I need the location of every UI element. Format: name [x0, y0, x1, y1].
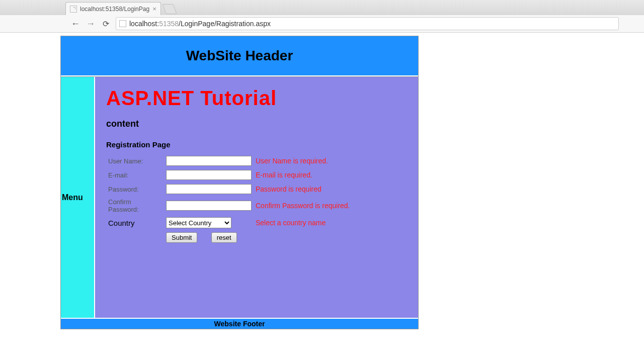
country-error: Select a country name — [254, 215, 352, 230]
page-icon — [119, 20, 126, 27]
back-button[interactable]: ← — [70, 19, 80, 29]
nav-toolbar: ← → ⟳ localhost:51358/LoginPage/Ragistra… — [0, 15, 644, 32]
page-heading: Registration Page — [106, 140, 407, 149]
site-container: WebSite Header Menu ASP.NET Tutorial con… — [60, 36, 419, 329]
confirm-password-error: Confirm Password is required. — [254, 196, 352, 215]
new-tab-button[interactable] — [162, 4, 177, 14]
page-icon — [70, 6, 77, 13]
tab-title: localhost:51358/LoginPag — [80, 6, 149, 13]
email-error: E-mail is required. — [254, 168, 352, 182]
username-error: User Name is required. — [254, 154, 352, 168]
url-path: /LoginPage/Ragistration.aspx — [179, 20, 271, 28]
username-label: User Name: — [106, 154, 164, 168]
tutorial-title: ASP.NET Tutorial — [106, 87, 407, 110]
url-port: 51358 — [159, 20, 179, 28]
reload-button[interactable]: ⟳ — [101, 19, 111, 29]
browser-tab[interactable]: localhost:51358/LoginPag × — [65, 2, 161, 15]
address-bar[interactable]: localhost:51358/LoginPage/Ragistration.a… — [116, 17, 619, 30]
site-header: WebSite Header — [61, 36, 418, 76]
username-input[interactable] — [166, 156, 252, 166]
confirm-password-input[interactable] — [166, 201, 252, 211]
content-heading: content — [106, 119, 407, 129]
submit-button[interactable]: Submit — [166, 232, 197, 243]
country-select[interactable]: Select Country — [166, 217, 231, 228]
registration-form: User Name: User Name is required. E-mail… — [106, 154, 352, 245]
site-footer: Website Footer — [61, 318, 418, 329]
page-viewport: WebSite Header Menu ASP.NET Tutorial con… — [0, 33, 644, 362]
forward-button: → — [86, 19, 96, 29]
tab-strip: localhost:51358/LoginPag × — [0, 0, 644, 15]
close-icon[interactable]: × — [152, 6, 156, 12]
browser-chrome: localhost:51358/LoginPag × ← → ⟳ localho… — [0, 0, 644, 33]
content-area: ASP.NET Tutorial content Registration Pa… — [95, 77, 418, 318]
reset-button[interactable]: reset — [211, 232, 237, 243]
email-input[interactable] — [166, 170, 252, 180]
password-error: Password is required — [254, 182, 352, 196]
confirm-password-label: Confirm Password: — [106, 196, 164, 215]
menu-label: Menu — [62, 193, 83, 202]
country-label: Country — [106, 215, 164, 230]
password-label: Password: — [106, 182, 164, 196]
url-host: localhost: — [129, 20, 159, 28]
menu-sidebar: Menu — [61, 77, 95, 318]
email-label: E-mail: — [106, 168, 164, 182]
password-input[interactable] — [166, 184, 252, 194]
